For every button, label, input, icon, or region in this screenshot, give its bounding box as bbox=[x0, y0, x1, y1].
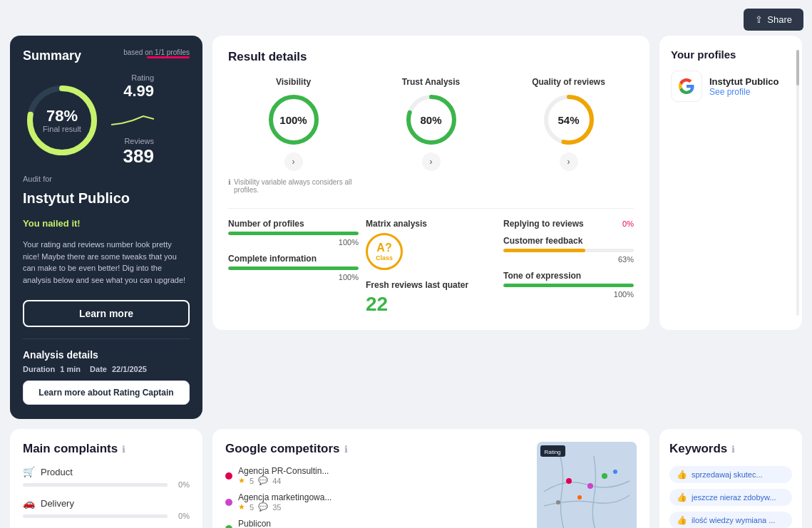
keywords-title: Keywords bbox=[669, 442, 727, 456]
scrollbar bbox=[796, 50, 799, 316]
fresh-reviews-col: Fresh reviews last quater 22 bbox=[366, 280, 496, 316]
keyword-text-1: sprzedawaj skutec... bbox=[692, 470, 763, 479]
competitors-info-icon: ℹ bbox=[344, 444, 348, 455]
num-profiles-bar bbox=[228, 232, 359, 235]
date-val: 22/1/2025 bbox=[112, 365, 147, 373]
final-pct: 78% bbox=[43, 108, 81, 125]
audit-for-label: Audit for bbox=[23, 175, 190, 183]
quality-label: Quality of reviews bbox=[532, 77, 605, 87]
product-pct: 0% bbox=[172, 480, 190, 489]
svg-point-13 bbox=[613, 470, 617, 474]
reviews-box: Reviews 389 bbox=[111, 137, 154, 167]
replying-row: Replying to reviews 0% bbox=[503, 219, 634, 229]
learn-more-captain-button[interactable]: Learn more about Rating Captain bbox=[23, 381, 190, 405]
gauge-row: 78% Final result Rating 4.99 Reviews 389 bbox=[23, 73, 190, 167]
keyword-2[interactable]: 👍 jeszcze nieraz zdobyw... bbox=[669, 489, 792, 506]
replying-pct: 0% bbox=[622, 219, 634, 228]
feedback-pct: 63% bbox=[503, 255, 634, 264]
visibility-pct: 100% bbox=[279, 114, 307, 126]
comp-name-3: Publicon bbox=[238, 519, 288, 528]
keyword-3[interactable]: 👍 ilość wiedzy wymiana ... bbox=[669, 512, 792, 528]
reviews-label: Reviews bbox=[111, 137, 154, 145]
competitors-header: Google competitors ℹ bbox=[225, 442, 530, 456]
tone-pct: 100% bbox=[503, 290, 634, 299]
rating-box: Rating 4.99 bbox=[111, 73, 154, 100]
trust-metric: Trust Analysis 80% › bbox=[366, 77, 496, 194]
product-bar bbox=[23, 483, 168, 487]
right-metrics: Replying to reviews 0% Customer feedback… bbox=[503, 219, 634, 316]
audit-name: Instytut Publico bbox=[23, 190, 190, 207]
complete-info-fill bbox=[228, 266, 359, 270]
delivery-pct: 0% bbox=[172, 512, 190, 520]
fresh-num: 22 bbox=[366, 293, 496, 316]
num-profiles-label: Number of profiles bbox=[228, 219, 359, 229]
competitor-1: Agencja PR-Consultin... ★ 5 💬 44 bbox=[225, 466, 530, 485]
map-placeholder: Rating bbox=[537, 442, 637, 528]
competitor-2: Agencja marketingowa... ★ 5 💬 35 bbox=[225, 492, 530, 512]
gauge-side: Rating 4.99 Reviews 389 bbox=[111, 73, 154, 167]
result-bottom: Number of profiles 100% Complete informa… bbox=[228, 208, 634, 316]
visibility-note: ℹ Visibility variable always considers a… bbox=[228, 178, 359, 194]
keywords-card: Keywords ℹ 👍 sprzedawaj skutec... 👍 jesz… bbox=[659, 429, 802, 528]
competitors-card: Google competitors ℹ Agencja PR-Consulti… bbox=[212, 429, 649, 528]
complete-info-pct: 100% bbox=[228, 273, 359, 281]
thumb-icon-2: 👍 bbox=[677, 492, 687, 502]
complaints-card: Main complaints ℹ 🛒 Product 0% 🚗 Deliver… bbox=[10, 429, 202, 528]
summary-card: Summary based on 1/1 profiles 78% Final … bbox=[10, 36, 202, 419]
comp-dot-1 bbox=[225, 472, 232, 480]
svg-point-10 bbox=[587, 483, 593, 489]
learn-more-button[interactable]: Learn more bbox=[23, 300, 190, 327]
bottom-middle: Matrix analysis A? Class Fresh reviews l… bbox=[366, 219, 496, 316]
see-profile-link[interactable]: See profile bbox=[709, 87, 779, 97]
complete-info-metric: Complete information 100% bbox=[228, 254, 359, 281]
complaint-product: 🛒 Product 0% bbox=[23, 466, 190, 489]
tone-label: Tone of expression bbox=[503, 271, 634, 281]
duration-val: 1 min bbox=[60, 365, 81, 373]
complaint-delivery-bar-row: 0% bbox=[23, 512, 190, 520]
complaints-title: Main complaints bbox=[23, 442, 118, 456]
feedback-bar bbox=[503, 249, 634, 252]
tone-fill bbox=[503, 284, 634, 287]
google-icon bbox=[671, 71, 702, 102]
comp-dot-3 bbox=[225, 525, 232, 529]
trust-label: Trust Analysis bbox=[402, 77, 461, 87]
fresh-label: Fresh reviews last quater bbox=[366, 280, 496, 290]
quality-chevron-button[interactable]: › bbox=[560, 152, 578, 171]
share-button[interactable]: ⇧ Share bbox=[744, 9, 803, 31]
summary-title: Summary bbox=[23, 48, 81, 63]
keyword-1[interactable]: 👍 sprzedawaj skutec... bbox=[669, 466, 792, 483]
comp-rating-2: 5 bbox=[250, 503, 254, 512]
analysis-title: Analysis details bbox=[23, 349, 190, 361]
visibility-chevron-button[interactable]: › bbox=[284, 152, 303, 171]
comp-info-1: Agencja PR-Consultin... ★ 5 💬 44 bbox=[238, 466, 329, 485]
comp-review-icon-2: 💬 bbox=[258, 502, 268, 512]
delivery-bar bbox=[23, 514, 168, 518]
trust-pct: 80% bbox=[420, 114, 441, 126]
keywords-header: Keywords ℹ bbox=[669, 442, 792, 456]
trust-chevron-button[interactable]: › bbox=[422, 152, 441, 171]
rating-label: Rating bbox=[111, 73, 154, 82]
reviews-value: 389 bbox=[111, 145, 154, 167]
result-details-title: Result details bbox=[228, 50, 634, 64]
share-icon: ⇧ bbox=[755, 14, 763, 25]
comp-reviews-2: 35 bbox=[272, 503, 281, 512]
delivery-label: Delivery bbox=[41, 498, 74, 509]
profile-name: Instytut Publico bbox=[709, 76, 779, 87]
profiles-card: Your profiles Instytut Publico See profi… bbox=[659, 36, 802, 330]
comp-review-icon-1: 💬 bbox=[258, 476, 268, 485]
duration-label: Duration bbox=[23, 365, 55, 373]
replying-metric: Replying to reviews 0% bbox=[503, 219, 634, 229]
based-on-label: based on 1/1 profiles bbox=[123, 48, 190, 56]
competitors-title: Google competitors bbox=[225, 442, 340, 456]
complaint-product-bar-row: 0% bbox=[23, 480, 190, 489]
svg-point-9 bbox=[566, 478, 572, 484]
bottom-left: Number of profiles 100% Complete informa… bbox=[228, 219, 359, 316]
final-label: Final result bbox=[43, 125, 81, 133]
analysis-details: Analysis details Duration 1 min Date 22/… bbox=[23, 338, 190, 405]
quality-metric: Quality of reviews 54% › bbox=[503, 77, 634, 194]
profile-info: Instytut Publico See profile bbox=[709, 76, 779, 97]
nailed-it-desc: Your rating and reviews number look pret… bbox=[23, 239, 190, 286]
num-profiles-fill bbox=[228, 232, 359, 235]
scrollbar-thumb bbox=[796, 50, 799, 86]
customer-feedback-metric: Customer feedback 63% bbox=[503, 236, 634, 264]
